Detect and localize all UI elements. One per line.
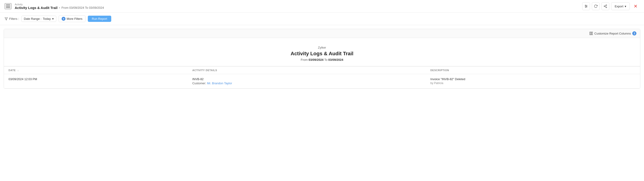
- customize-columns-badge: 3: [632, 31, 636, 36]
- report-toolbar: Customize Report Columns 3: [4, 29, 640, 38]
- filter-bar: Filters : Date Range : Today ▾ + More Fi…: [0, 13, 644, 25]
- date-range-label: Date Range :: [24, 17, 42, 21]
- customer-label: Customer:: [192, 82, 206, 85]
- cell-activity: INVB-82 Customer: Mr. Brandon Taylor: [188, 74, 426, 88]
- share-icon: [604, 4, 607, 8]
- title-separator: •: [59, 6, 60, 10]
- svg-line-10: [605, 5, 606, 6]
- customize-columns-icon: [589, 32, 593, 35]
- svg-point-6: [606, 5, 607, 6]
- column-description-label: DESCRIPTION: [430, 69, 449, 72]
- svg-rect-12: [590, 32, 591, 35]
- report-area: Customize Report Columns 3 Zylker Activi…: [4, 29, 640, 89]
- column-header-date: DATE ↓: [4, 67, 188, 74]
- svg-point-4: [586, 6, 587, 7]
- report-date-range: From 03/09/2024 To 03/09/2024: [8, 58, 636, 62]
- cell-description: Invoice "INVB-82" Deleted by Patricia: [426, 74, 640, 88]
- svg-line-9: [605, 7, 606, 7]
- date-to-label: To: [324, 58, 328, 62]
- column-header-description: DESCRIPTION: [426, 67, 640, 74]
- column-activity-label: ACTIVITY DETAILS: [192, 69, 217, 72]
- settings-icon: [584, 4, 588, 8]
- sort-arrow-icon: ↓: [18, 69, 19, 72]
- column-date-label: DATE: [8, 69, 16, 72]
- svg-point-5: [586, 7, 586, 8]
- export-arrow-icon: ▾: [625, 5, 626, 8]
- run-report-button[interactable]: Run Report: [88, 16, 111, 22]
- svg-rect-13: [591, 32, 592, 35]
- plus-circle-icon: +: [62, 17, 66, 21]
- more-filters-label: More Filters: [67, 17, 82, 21]
- date-from-label: From: [301, 58, 308, 62]
- org-name: Zylker: [8, 46, 636, 49]
- page-title: Activity Logs & Audit Trail: [15, 6, 58, 10]
- date-range-value: Today: [43, 17, 51, 21]
- share-button[interactable]: [602, 2, 609, 10]
- customer-row: Customer: Mr. Brandon Taylor: [192, 82, 421, 85]
- svg-point-8: [606, 7, 607, 8]
- date-value: 03/09/2024 12:03 PM: [8, 77, 37, 81]
- customize-columns-button[interactable]: Customize Report Columns 3: [589, 31, 636, 36]
- page-title-row: Activity Logs & Audit Trail • From 03/09…: [15, 6, 104, 10]
- filter-label: Filters :: [4, 17, 19, 21]
- invoice-id: INVB-82: [192, 77, 421, 81]
- filters-text: Filters :: [9, 17, 19, 21]
- date-range-arrow-icon: ▾: [52, 17, 54, 21]
- table-body: 03/09/2024 12:03 PM INVB-82 Customer: Mr…: [4, 74, 640, 88]
- filter-icon: [4, 17, 8, 21]
- description-text: Invoice "INVB-82" Deleted: [430, 77, 636, 81]
- more-filters-button[interactable]: + More Filters: [58, 16, 86, 22]
- description-by: by Patricia: [430, 82, 636, 85]
- customize-columns-label: Customize Report Columns: [594, 32, 631, 35]
- filter-settings-button[interactable]: [582, 2, 590, 10]
- report-table: DATE ↓ ACTIVITY DETAILS DESCRIPTION: [4, 66, 640, 88]
- column-header-activity: ACTIVITY DETAILS: [188, 67, 426, 74]
- refresh-icon: [594, 4, 598, 8]
- title-block: Activity Activity Logs & Audit Trail • F…: [15, 3, 104, 10]
- report-title-main: Activity Logs & Audit Trail: [8, 51, 636, 57]
- close-button[interactable]: ✕: [632, 2, 640, 10]
- hamburger-menu-button[interactable]: [4, 3, 12, 9]
- date-to: 03/09/2024: [328, 58, 343, 62]
- app-container: Activity Activity Logs & Audit Trail • F…: [0, 0, 644, 181]
- header: Activity Activity Logs & Audit Trail • F…: [0, 0, 644, 13]
- svg-marker-11: [5, 18, 8, 20]
- svg-point-7: [604, 6, 605, 7]
- header-left: Activity Activity Logs & Audit Trail • F…: [4, 3, 104, 10]
- customer-link[interactable]: Mr. Brandon Taylor: [207, 82, 232, 85]
- close-icon: ✕: [634, 4, 638, 9]
- date-range-filter[interactable]: Date Range : Today ▾: [21, 16, 56, 22]
- export-button[interactable]: Export ▾: [611, 2, 630, 10]
- run-report-label: Run Report: [92, 17, 107, 21]
- header-right: Export ▾ ✕: [582, 2, 640, 10]
- svg-point-3: [585, 5, 586, 6]
- description-cell: Invoice "INVB-82" Deleted by Patricia: [430, 77, 636, 85]
- page-title-meta: From 03/09/2024 To 03/09/2024: [61, 6, 104, 10]
- table-header: DATE ↓ ACTIVITY DETAILS DESCRIPTION: [4, 67, 640, 74]
- refresh-button[interactable]: [592, 2, 600, 10]
- report-content: Zylker Activity Logs & Audit Trail From …: [4, 38, 640, 88]
- table-row: 03/09/2024 12:03 PM INVB-82 Customer: Mr…: [4, 74, 640, 88]
- table-header-row: DATE ↓ ACTIVITY DETAILS DESCRIPTION: [4, 67, 640, 74]
- export-label: Export: [614, 5, 623, 8]
- report-header-section: Zylker Activity Logs & Audit Trail From …: [4, 44, 640, 66]
- date-from: 03/09/2024: [309, 58, 324, 62]
- breadcrumb: Activity: [15, 3, 104, 6]
- activity-details-cell: INVB-82 Customer: Mr. Brandon Taylor: [192, 77, 421, 85]
- cell-date: 03/09/2024 12:03 PM: [4, 74, 188, 88]
